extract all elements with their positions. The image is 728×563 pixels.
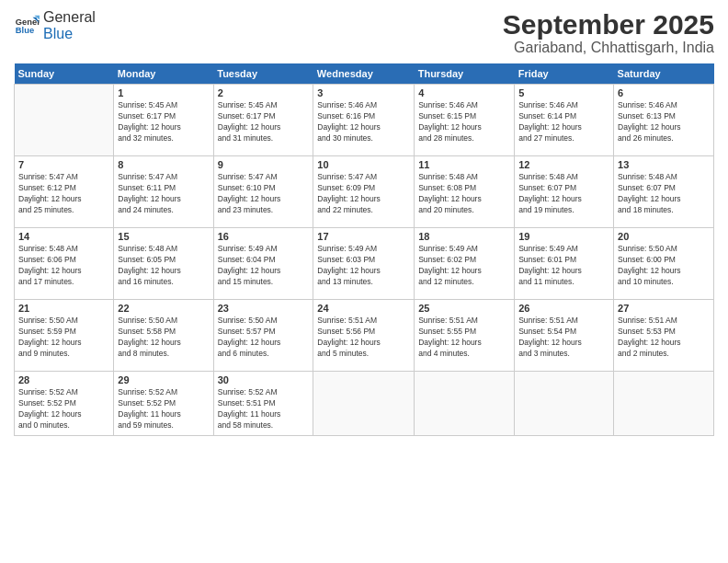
week-row-1: 1Sunrise: 5:45 AM Sunset: 6:17 PM Daylig… (15, 85, 714, 156)
day-info: Sunrise: 5:48 AM Sunset: 6:07 PM Dayligh… (618, 172, 710, 216)
weekday-header-tuesday: Tuesday (213, 63, 313, 85)
logo-general-text: General (43, 9, 96, 26)
logo-icon: General Blue (14, 13, 40, 39)
day-number: 14 (18, 231, 109, 242)
logo-blue-text: Blue (43, 26, 96, 42)
day-number: 29 (118, 374, 209, 385)
day-number: 10 (317, 159, 410, 170)
day-info: Sunrise: 5:46 AM Sunset: 6:14 PM Dayligh… (518, 100, 609, 144)
day-number: 27 (618, 303, 710, 314)
calendar-cell: 1Sunrise: 5:45 AM Sunset: 6:17 PM Daylig… (114, 85, 213, 156)
day-info: Sunrise: 5:45 AM Sunset: 6:17 PM Dayligh… (118, 100, 209, 144)
calendar-cell: 4Sunrise: 5:46 AM Sunset: 6:15 PM Daylig… (415, 85, 515, 156)
calendar-cell: 7Sunrise: 5:47 AM Sunset: 6:12 PM Daylig… (15, 156, 114, 228)
day-number: 9 (218, 159, 310, 170)
day-info: Sunrise: 5:46 AM Sunset: 6:15 PM Dayligh… (418, 100, 510, 144)
day-number: 26 (518, 303, 609, 314)
week-row-5: 28Sunrise: 5:52 AM Sunset: 5:52 PM Dayli… (15, 372, 714, 436)
day-info: Sunrise: 5:47 AM Sunset: 6:09 PM Dayligh… (317, 172, 410, 216)
calendar-cell: 20Sunrise: 5:50 AM Sunset: 6:00 PM Dayli… (614, 228, 714, 300)
calendar-cell: 10Sunrise: 5:47 AM Sunset: 6:09 PM Dayli… (313, 156, 415, 228)
calendar-cell (415, 372, 515, 436)
header: General Blue General Blue September 2025… (14, 9, 714, 56)
day-number: 22 (118, 303, 209, 314)
weekday-header-sunday: Sunday (15, 63, 114, 85)
day-number: 5 (518, 87, 609, 98)
day-number: 2 (218, 87, 310, 98)
svg-text:Blue: Blue (16, 26, 34, 35)
weekday-header-wednesday: Wednesday (313, 63, 415, 85)
calendar-cell (515, 372, 614, 436)
day-info: Sunrise: 5:50 AM Sunset: 5:57 PM Dayligh… (218, 316, 310, 360)
day-number: 3 (317, 87, 410, 98)
day-info: Sunrise: 5:47 AM Sunset: 6:11 PM Dayligh… (118, 172, 209, 216)
title-section: September 2025 Gariaband, Chhattisgarh, … (503, 9, 714, 56)
calendar-cell: 21Sunrise: 5:50 AM Sunset: 5:59 PM Dayli… (15, 300, 114, 372)
day-info: Sunrise: 5:46 AM Sunset: 6:13 PM Dayligh… (618, 100, 710, 144)
calendar-cell: 23Sunrise: 5:50 AM Sunset: 5:57 PM Dayli… (213, 300, 313, 372)
day-info: Sunrise: 5:51 AM Sunset: 5:54 PM Dayligh… (518, 316, 609, 360)
day-info: Sunrise: 5:48 AM Sunset: 6:05 PM Dayligh… (118, 244, 209, 288)
weekday-header-thursday: Thursday (415, 63, 515, 85)
calendar-cell: 5Sunrise: 5:46 AM Sunset: 6:14 PM Daylig… (515, 85, 614, 156)
calendar-cell: 16Sunrise: 5:49 AM Sunset: 6:04 PM Dayli… (213, 228, 313, 300)
calendar-cell: 27Sunrise: 5:51 AM Sunset: 5:53 PM Dayli… (614, 300, 714, 372)
weekday-header-monday: Monday (114, 63, 213, 85)
calendar-cell: 6Sunrise: 5:46 AM Sunset: 6:13 PM Daylig… (614, 85, 714, 156)
day-info: Sunrise: 5:49 AM Sunset: 6:01 PM Dayligh… (518, 244, 609, 288)
calendar-cell: 18Sunrise: 5:49 AM Sunset: 6:02 PM Dayli… (415, 228, 515, 300)
day-info: Sunrise: 5:48 AM Sunset: 6:06 PM Dayligh… (18, 244, 109, 288)
calendar-cell: 8Sunrise: 5:47 AM Sunset: 6:11 PM Daylig… (114, 156, 213, 228)
day-number: 30 (218, 374, 310, 385)
weekday-header-saturday: Saturday (614, 63, 714, 85)
logo-text: General Blue (43, 9, 96, 42)
calendar-cell: 3Sunrise: 5:46 AM Sunset: 6:16 PM Daylig… (313, 85, 415, 156)
calendar-cell: 14Sunrise: 5:48 AM Sunset: 6:06 PM Dayli… (15, 228, 114, 300)
calendar-cell: 12Sunrise: 5:48 AM Sunset: 6:07 PM Dayli… (515, 156, 614, 228)
calendar-table: SundayMondayTuesdayWednesdayThursdayFrid… (14, 63, 714, 436)
day-number: 4 (418, 87, 510, 98)
weekday-header-friday: Friday (515, 63, 614, 85)
week-row-4: 21Sunrise: 5:50 AM Sunset: 5:59 PM Dayli… (15, 300, 714, 372)
calendar-cell: 11Sunrise: 5:48 AM Sunset: 6:08 PM Dayli… (415, 156, 515, 228)
day-info: Sunrise: 5:50 AM Sunset: 5:59 PM Dayligh… (18, 316, 109, 360)
calendar-cell (313, 372, 415, 436)
day-number: 23 (218, 303, 310, 314)
day-number: 13 (618, 159, 710, 170)
calendar-cell: 2Sunrise: 5:45 AM Sunset: 6:17 PM Daylig… (213, 85, 313, 156)
day-info: Sunrise: 5:51 AM Sunset: 5:55 PM Dayligh… (418, 316, 510, 360)
calendar-cell (15, 85, 114, 156)
calendar-cell: 29Sunrise: 5:52 AM Sunset: 5:52 PM Dayli… (114, 372, 213, 436)
day-info: Sunrise: 5:45 AM Sunset: 6:17 PM Dayligh… (218, 100, 310, 144)
day-info: Sunrise: 5:47 AM Sunset: 6:12 PM Dayligh… (18, 172, 109, 216)
day-number: 15 (118, 231, 209, 242)
day-number: 7 (18, 159, 109, 170)
day-info: Sunrise: 5:47 AM Sunset: 6:10 PM Dayligh… (218, 172, 310, 216)
day-info: Sunrise: 5:50 AM Sunset: 5:58 PM Dayligh… (118, 316, 209, 360)
day-number: 28 (18, 374, 109, 385)
day-number: 24 (317, 303, 410, 314)
calendar-cell: 24Sunrise: 5:51 AM Sunset: 5:56 PM Dayli… (313, 300, 415, 372)
day-number: 11 (418, 159, 510, 170)
month-title: September 2025 (503, 9, 714, 40)
calendar-cell: 22Sunrise: 5:50 AM Sunset: 5:58 PM Dayli… (114, 300, 213, 372)
day-info: Sunrise: 5:49 AM Sunset: 6:04 PM Dayligh… (218, 244, 310, 288)
day-info: Sunrise: 5:52 AM Sunset: 5:51 PM Dayligh… (218, 387, 310, 431)
day-info: Sunrise: 5:51 AM Sunset: 5:53 PM Dayligh… (618, 316, 710, 360)
logo: General Blue General Blue (14, 9, 96, 42)
day-info: Sunrise: 5:49 AM Sunset: 6:03 PM Dayligh… (317, 244, 410, 288)
calendar-cell: 25Sunrise: 5:51 AM Sunset: 5:55 PM Dayli… (415, 300, 515, 372)
location-title: Gariaband, Chhattisgarh, India (503, 40, 714, 56)
page-container: General Blue General Blue September 2025… (0, 0, 728, 445)
calendar-cell: 15Sunrise: 5:48 AM Sunset: 6:05 PM Dayli… (114, 228, 213, 300)
calendar-cell: 30Sunrise: 5:52 AM Sunset: 5:51 PM Dayli… (213, 372, 313, 436)
day-number: 6 (618, 87, 710, 98)
day-info: Sunrise: 5:48 AM Sunset: 6:07 PM Dayligh… (518, 172, 609, 216)
calendar-cell: 9Sunrise: 5:47 AM Sunset: 6:10 PM Daylig… (213, 156, 313, 228)
calendar-cell (614, 372, 714, 436)
calendar-cell: 19Sunrise: 5:49 AM Sunset: 6:01 PM Dayli… (515, 228, 614, 300)
day-number: 1 (118, 87, 209, 98)
day-number: 21 (18, 303, 109, 314)
week-row-3: 14Sunrise: 5:48 AM Sunset: 6:06 PM Dayli… (15, 228, 714, 300)
day-number: 18 (418, 231, 510, 242)
